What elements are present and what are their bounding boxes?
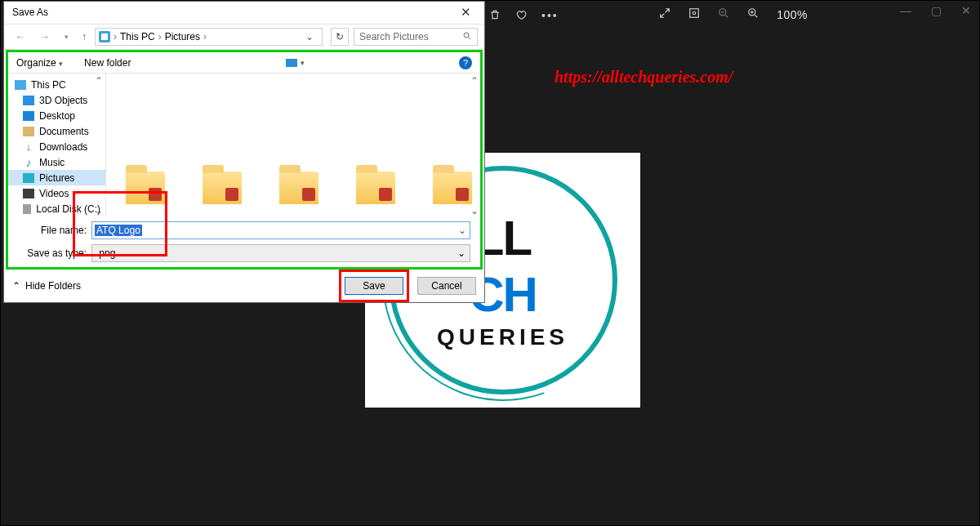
folder-tile[interactable] xyxy=(356,172,395,204)
desktop-icon xyxy=(23,111,34,121)
breadcrumb-root[interactable]: This PC xyxy=(120,31,155,42)
zoom-level: 100% xyxy=(777,8,808,21)
breadcrumb-folder[interactable]: Pictures xyxy=(165,31,200,42)
dialog-footer: ⌃ Hide Folders Save Cancel xyxy=(4,270,484,302)
new-folder-button[interactable]: New folder xyxy=(84,57,131,69)
nav-forward-icon[interactable]: → xyxy=(35,29,55,44)
chevron-right-icon: › xyxy=(203,31,207,42)
svg-point-4 xyxy=(464,33,469,38)
more-icon[interactable]: ••• xyxy=(541,9,559,23)
dialog-nav-bar: ← → ▾ ↑ › This PC › Pictures › ⌄ ↻ Searc… xyxy=(4,25,484,51)
search-icon xyxy=(462,31,472,43)
folder-tile[interactable] xyxy=(203,172,242,204)
organize-menu[interactable]: Organize ▾ xyxy=(16,57,63,69)
sidebar-item-downloads[interactable]: ↓Downloads xyxy=(8,139,105,154)
highlight-frame-red-save: Save xyxy=(339,270,409,302)
videos-icon xyxy=(23,189,34,198)
documents-icon xyxy=(23,127,34,136)
chevron-right-icon: › xyxy=(158,31,162,42)
folder-tile[interactable] xyxy=(279,172,318,204)
overlay-url: https://alltechqueries.com/ xyxy=(555,68,733,87)
dialog-close-icon[interactable]: ✕ xyxy=(456,3,476,21)
maximize-icon[interactable]: ▢ xyxy=(931,4,942,17)
breadcrumb[interactable]: › This PC › Pictures › ⌄ xyxy=(95,28,323,46)
chevron-up-icon: ⌃ xyxy=(12,280,20,292)
capture-icon[interactable] xyxy=(688,7,700,21)
cancel-button[interactable]: Cancel xyxy=(417,277,476,295)
dialog-titlebar: Save As ✕ xyxy=(4,2,484,25)
app-left-icon-group: ••• xyxy=(489,9,559,23)
logo-text-bottom: QUERIES xyxy=(437,324,568,350)
search-input[interactable]: Search Pictures xyxy=(354,28,478,46)
search-placeholder: Search Pictures xyxy=(359,31,429,42)
save-button[interactable]: Save xyxy=(345,277,403,295)
download-icon: ↓ xyxy=(23,142,34,152)
zoom-out-icon[interactable] xyxy=(718,7,729,21)
folder-grid xyxy=(126,172,472,204)
disk-icon xyxy=(23,204,31,214)
cube-icon xyxy=(23,96,34,105)
refresh-button[interactable]: ↻ xyxy=(331,28,349,46)
folder-tile[interactable] xyxy=(433,172,472,204)
view-icon xyxy=(286,59,297,67)
view-controls[interactable]: ▾ xyxy=(286,59,305,67)
pictures-icon xyxy=(23,173,34,183)
close-icon[interactable]: ✕ xyxy=(961,4,971,17)
expand-icon[interactable] xyxy=(659,7,670,21)
sidebar-item-pictures[interactable]: Pictures xyxy=(8,170,105,185)
heart-icon[interactable] xyxy=(515,9,527,23)
app-toolbar: 100% xyxy=(659,7,808,21)
nav-back-icon[interactable]: ← xyxy=(11,29,30,44)
svg-rect-0 xyxy=(690,9,699,18)
chevron-down-icon: ⌄ xyxy=(457,247,466,259)
sidebar-item-3d-objects[interactable]: 3D Objects xyxy=(8,92,105,108)
svg-point-1 xyxy=(693,11,696,15)
nav-up-icon[interactable]: ↑ xyxy=(78,29,90,44)
zoom-in-icon[interactable] xyxy=(747,7,759,21)
music-icon: ♪ xyxy=(23,158,34,167)
minimize-icon[interactable]: — xyxy=(900,4,911,17)
breadcrumb-drive-icon xyxy=(99,31,110,42)
hide-folders-toggle[interactable]: ⌃ Hide Folders xyxy=(12,280,81,292)
chevron-down-icon: ▾ xyxy=(301,59,305,67)
app-window-controls: — ▢ ✕ xyxy=(900,4,971,17)
dialog-title: Save As xyxy=(12,7,48,18)
sidebar-item-this-pc[interactable]: This PC xyxy=(8,77,105,92)
trash-icon[interactable] xyxy=(489,9,501,23)
content-scroll-down-icon[interactable]: ⌄ xyxy=(470,205,479,216)
sidebar-item-documents[interactable]: Documents xyxy=(8,123,105,139)
chevron-down-icon: ▾ xyxy=(59,60,63,68)
pc-icon xyxy=(15,80,26,90)
dialog-toolbar: Organize ▾ New folder ▾ ? xyxy=(8,52,480,74)
sidebar-item-desktop[interactable]: Desktop xyxy=(8,108,105,123)
nav-recent-icon[interactable]: ▾ xyxy=(60,31,74,42)
save-as-dialog: Save As ✕ ← → ▾ ↑ › This PC › Pictures ›… xyxy=(3,1,485,303)
sidebar-item-music[interactable]: ♪Music xyxy=(8,154,105,170)
sidebar-scroll-up-icon[interactable]: ⌃ xyxy=(92,75,105,87)
chevron-down-icon[interactable]: ⌄ xyxy=(458,225,466,236)
chevron-right-icon: › xyxy=(114,31,117,42)
breadcrumb-dropdown-icon[interactable]: ⌄ xyxy=(301,31,318,42)
content-scroll-up-icon[interactable]: ⌃ xyxy=(470,75,479,87)
help-icon[interactable]: ? xyxy=(459,56,472,69)
highlight-frame-red-fields xyxy=(73,191,167,256)
